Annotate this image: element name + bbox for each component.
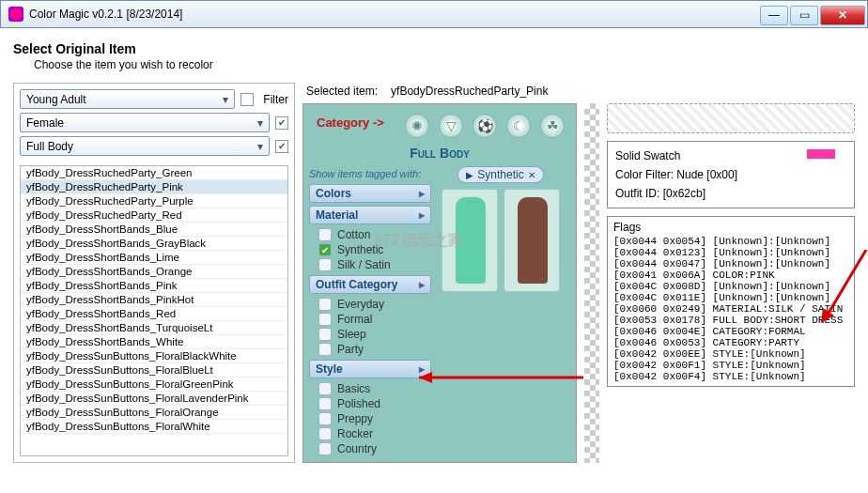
list-item[interactable]: yfBody_DressShortBands_Orange	[21, 265, 287, 279]
checkbox-icon	[318, 343, 332, 356]
checkbox-icon	[318, 328, 332, 341]
swatch-dropzone[interactable]	[607, 103, 855, 133]
gender-dropdown[interactable]: Female	[20, 113, 270, 132]
list-item[interactable]: yfBody_DressShortBands_Pink	[21, 279, 287, 293]
checkbox-icon	[318, 298, 332, 311]
category-annotation: Category ->	[317, 116, 384, 130]
list-item[interactable]: yfBody_DressShortBands_PinkHot	[21, 293, 287, 307]
fullbody-heading: Full Body	[309, 146, 570, 161]
flag-line: [0x0044 0x0047] [Unknown]:[Unknown]	[613, 258, 848, 270]
active-tag-pill[interactable]: ▶ Synthetic ✕	[457, 166, 543, 183]
styles-option[interactable]: Basics	[309, 381, 431, 396]
selected-item-value: yfBodyDressRuchedParty_Pink	[391, 85, 548, 98]
list-item[interactable]: yfBody_DressRuchedParty_Purple	[21, 194, 287, 208]
category-icon-hat[interactable]: ✺	[405, 114, 429, 138]
list-item[interactable]: yfBody_DressRuchedParty_Pink	[21, 180, 287, 194]
window-title: Color Magic v0.2.1 [8/23/2014]	[29, 8, 760, 21]
outfit-id-value: Outfit ID: [0x62cb]	[615, 187, 846, 200]
materials-option[interactable]: ✔Synthetic	[309, 242, 431, 257]
material-menu[interactable]: Material	[309, 206, 431, 224]
outfits-option[interactable]: Everyday	[309, 297, 431, 312]
checkbox-icon	[318, 397, 332, 410]
list-item[interactable]: yfBody_DressShortBands_White	[21, 335, 287, 349]
bodypart-dropdown[interactable]: Full Body	[20, 136, 270, 156]
checkbox-icon	[318, 258, 332, 271]
checkbox-icon	[318, 412, 332, 425]
checkbox-icon	[318, 427, 332, 440]
minimize-button[interactable]: —	[760, 6, 788, 25]
checkbox-icon: ✔	[318, 243, 332, 256]
category-icon-ball[interactable]: ⚽	[473, 114, 497, 138]
age-dropdown[interactable]: Young Adult	[20, 89, 235, 109]
outfit-thumb-2[interactable]	[504, 189, 560, 292]
tagged-with-label: Show items tagged with:	[309, 166, 431, 181]
flag-line: [0x0041 0x006A] COLOR:PINK	[613, 270, 848, 281]
app-icon	[8, 7, 23, 22]
flag-line: [0x0053 0x0178] FULL BODY:SHORT DRESS	[613, 315, 848, 326]
outfit-category-menu[interactable]: Outfit Category	[309, 275, 431, 294]
game-preview-panel: Category -> ✺ ▽ ⚽ ☾ ☘ Full Body Show ite…	[302, 103, 577, 463]
materials-option[interactable]: Silk / Satin	[309, 257, 431, 272]
flag-line: [0x0044 0x0054] [Unknown]:[Unknown]	[613, 236, 848, 247]
item-listbox[interactable]: yfBody_DressRuchedParty_GreenyfBody_Dres…	[20, 165, 288, 456]
flag-line: [0x0042 0x00EE] STYLE:[Unknown]	[613, 348, 848, 360]
maximize-button[interactable]: ▭	[790, 6, 818, 25]
checkbox-icon	[318, 442, 332, 455]
outfits-option[interactable]: Formal	[309, 312, 431, 327]
checkbox-icon	[318, 382, 332, 395]
flag-line: [0x0060 0x0249] MATERIAL:SILK / SATIN	[613, 303, 848, 315]
checkbox-icon	[318, 313, 332, 326]
list-item[interactable]: yfBody_DressSunButtons_FloralOrange	[21, 406, 287, 420]
list-item[interactable]: yfBody_DressSunButtons_FloralGreenPink	[21, 377, 287, 392]
category-icon-moon[interactable]: ☾	[506, 114, 531, 138]
outfits-option[interactable]: Sleep	[309, 327, 431, 342]
checkbox-icon	[318, 228, 332, 241]
list-item[interactable]: yfBody_DressSunButtons_FloralLavenderPin…	[21, 392, 287, 406]
category-icon-tie[interactable]: ▽	[439, 114, 463, 138]
filter-checkbox[interactable]	[240, 93, 254, 106]
materials-option[interactable]: Cotton	[309, 227, 431, 242]
list-item[interactable]: yfBody_DressShortBands_TurquoiseLt	[21, 321, 287, 335]
color-filter-value: Color Filter: Nude [0x00]	[615, 168, 846, 181]
gender-checkbox[interactable]: ✔	[275, 116, 288, 130]
category-icon-group[interactable]: ☘	[540, 114, 565, 138]
page-title: Select Original Item	[13, 41, 855, 56]
styles-option[interactable]: Rocker	[309, 426, 431, 441]
outfit-thumb-1[interactable]	[442, 189, 498, 292]
swatch-color-chip	[807, 149, 835, 159]
styles-option[interactable]: Country	[309, 441, 431, 456]
bodypart-checkbox[interactable]: ✔	[275, 140, 288, 153]
list-item[interactable]: yfBody_DressSunButtons_FloralBlueLt	[21, 363, 287, 377]
styles-option[interactable]: Polished	[309, 396, 431, 411]
list-item[interactable]: yfBody_DressRuchedParty_Red	[21, 208, 287, 223]
flag-line: [0x0042 0x00F1] STYLE:[Unknown]	[613, 360, 848, 371]
filter-panel: Young Adult Filter Female ✔ Full Body ✔ …	[13, 83, 295, 463]
list-item[interactable]: yfBody_DressSunButtons_FloralWhite	[21, 420, 287, 434]
flag-line: [0x004C 0x008D] [Unknown]:[Unknown]	[613, 281, 848, 292]
flags-title: Flags	[613, 221, 848, 234]
list-item[interactable]: yfBody_DressShortBands_Blue	[21, 223, 287, 237]
swatch-info-panel: Solid Swatch Color Filter: Nude [0x00] O…	[607, 141, 855, 208]
close-button[interactable]: ✕	[820, 6, 865, 25]
selected-item-label: Selected item:	[306, 85, 378, 98]
list-item[interactable]: yfBody_DressShortBands_GrayBlack	[21, 237, 287, 251]
filter-label: Filter	[263, 93, 288, 106]
titlebar: Color Magic v0.2.1 [8/23/2014] — ▭ ✕	[0, 0, 868, 28]
flag-line: [0x0044 0x0123] [Unknown]:[Unknown]	[613, 247, 848, 258]
outfits-option[interactable]: Party	[309, 342, 431, 357]
list-item[interactable]: yfBody_DressRuchedParty_Green	[21, 166, 287, 180]
page-subtitle: Choose the item you wish to recolor	[34, 58, 855, 71]
flags-panel: Flags [0x0044 0x0054] [Unknown]:[Unknown…	[607, 216, 855, 387]
flag-line: [0x0046 0x004E] CATEGORY:FORMAL	[613, 326, 848, 337]
flag-line: [0x0046 0x0053] CATEGORY:PARTY	[613, 337, 848, 348]
flag-line: [0x004C 0x011E] [Unknown]:[Unknown]	[613, 292, 848, 303]
flag-line: [0x0042 0x00F4] STYLE:[Unknown]	[613, 371, 848, 382]
list-item[interactable]: yfBody_DressSunButtons_FloralBlackWhite	[21, 349, 287, 363]
style-menu[interactable]: Style	[309, 360, 431, 378]
list-item[interactable]: yfBody_DressShortBands_Red	[21, 307, 287, 321]
transparency-strip	[584, 103, 599, 463]
list-item[interactable]: yfBody_DressShortBands_Lime	[21, 251, 287, 265]
colors-menu[interactable]: Colors	[309, 184, 431, 203]
styles-option[interactable]: Preppy	[309, 411, 431, 426]
